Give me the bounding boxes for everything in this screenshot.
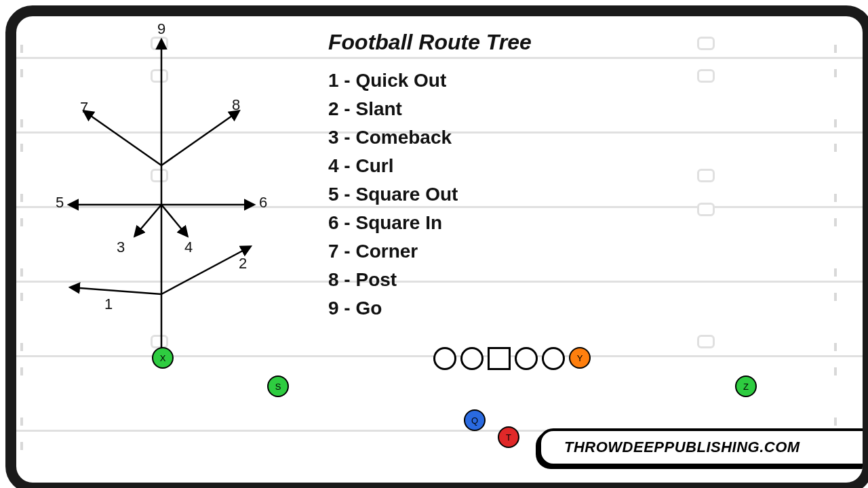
route-num-3: 3	[117, 239, 125, 256]
player-q: Q	[464, 409, 486, 431]
svg-line-2	[161, 247, 250, 294]
legend-item: 6 - Square In	[328, 209, 458, 237]
svg-line-8	[161, 111, 239, 165]
route-num-7: 7	[80, 99, 88, 117]
diagram-frame: 9 8 7 6 5 4 3 2 1 Football Route Tree 1 …	[5, 5, 868, 488]
player-y: Y	[569, 347, 591, 369]
player-z: Z	[735, 375, 757, 397]
route-num-4: 4	[184, 239, 193, 256]
lineman-circle	[460, 347, 484, 370]
svg-line-1	[71, 287, 161, 294]
route-num-8: 8	[232, 96, 240, 114]
legend-item: 2 - Slant	[328, 95, 458, 123]
credit-text: THROWDEEPPUBLISHING.COM	[564, 439, 800, 456]
route-num-2: 2	[239, 255, 247, 272]
player-s: S	[267, 375, 289, 397]
svg-line-4	[161, 205, 187, 236]
center-square	[488, 347, 511, 370]
route-num-5: 5	[56, 194, 64, 211]
lineman-circle	[433, 347, 456, 370]
legend-item: 7 - Corner	[328, 237, 458, 266]
player-t: T	[498, 426, 519, 448]
legend-item: 4 - Curl	[328, 152, 458, 180]
legend-item: 9 - Go	[328, 294, 458, 323]
legend-item: 3 - Comeback	[328, 123, 458, 152]
legend-item: 8 - Post	[328, 266, 458, 294]
route-legend: 1 - Quick Out 2 - Slant 3 - Comeback 4 -…	[328, 66, 458, 323]
lineman-circle	[515, 347, 538, 370]
route-num-9: 9	[157, 20, 165, 38]
lineman-circle	[542, 347, 565, 370]
player-x: X	[152, 347, 174, 369]
legend-item: 1 - Quick Out	[328, 66, 458, 95]
diagram-title: Football Route Tree	[328, 30, 532, 55]
legend-item: 5 - Square Out	[328, 180, 458, 209]
svg-line-7	[84, 111, 161, 165]
svg-line-3	[135, 205, 161, 236]
route-num-6: 6	[259, 194, 267, 211]
route-num-1: 1	[104, 296, 113, 313]
credit-bar: THROWDEEPPUBLISHING.COM	[538, 428, 865, 466]
